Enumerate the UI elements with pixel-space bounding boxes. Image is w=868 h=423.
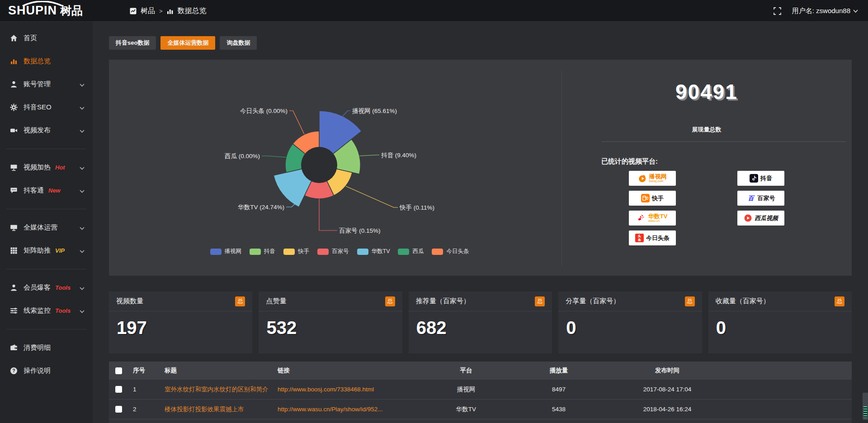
pie-label-line	[289, 111, 304, 134]
sidebar-badge-Tools: Tools	[55, 284, 71, 291]
cell-time: 2018-04-26 16:24	[609, 406, 726, 413]
sidebar-item-label: 线索监控	[24, 306, 51, 315]
sidebar-item-线索监控[interactable]: 线索监控Tools	[0, 299, 93, 322]
tab-全媒体运营数据[interactable]: 全媒体运营数据	[160, 36, 215, 50]
cell-title[interactable]: 楼体投影灯投影效果震撼上市	[161, 405, 274, 414]
fullscreen-icon[interactable]	[774, 7, 781, 15]
breadcrumb-root[interactable]: 树品	[141, 6, 155, 16]
pie-label-line	[343, 111, 350, 116]
sidebar-item-label: 数据总览	[24, 57, 51, 66]
sidebar-item-操作说明[interactable]: ?操作说明	[0, 359, 93, 382]
sidebar-item-矩阵助推[interactable]: 矩阵助推VIP	[0, 239, 93, 262]
question-icon: ?	[10, 367, 18, 375]
total-badge: 总	[535, 296, 545, 306]
cell-platform: 播视网	[423, 385, 509, 394]
sidebar-item-账号管理[interactable]: 账号管理	[0, 73, 93, 96]
total-impressions-value: 90491	[561, 80, 852, 104]
col-index: 序号	[129, 367, 161, 375]
stat-card-header: 分享量（百家号）总	[558, 291, 702, 311]
legend-item-播视网[interactable]: 播视网	[210, 248, 242, 255]
cell-plays: 5438	[509, 406, 609, 413]
chat-icon	[10, 187, 18, 194]
user-icon	[10, 80, 18, 88]
stat-card-收藏量（百家号）: 收藏量（百家号）总0	[708, 291, 852, 353]
breadcrumb: 树品 > 数据总览	[130, 0, 207, 22]
monitor-icon	[10, 224, 18, 231]
chevron-down-icon	[80, 127, 85, 134]
platform-chip-西瓜视频: 西瓜视频	[737, 211, 784, 226]
legend-swatch	[250, 249, 261, 255]
sidebar-item-视频发布[interactable]: 视频发布	[0, 119, 93, 142]
pie-label-西瓜: 西瓜 (0.00%)	[225, 153, 260, 160]
sidebar-item-消费明细[interactable]: 消费明细	[0, 336, 93, 359]
videos-table: 序号标题链接平台播放量发布时间1室外水纹灯和室内水纹灯的区别和简介http://…	[109, 362, 852, 423]
tab-询盘数据[interactable]: 询盘数据	[220, 36, 257, 50]
kuaishou-logo-icon	[641, 194, 650, 202]
legend-item-抖音[interactable]: 抖音	[250, 248, 275, 255]
sidebar-item-label: 视频发布	[24, 126, 51, 135]
platform-chips-left: 播视网boosj.com快手华数TVwasu.cn头条今日头条	[629, 171, 676, 245]
sidebar-item-label: 矩阵助推	[24, 246, 51, 255]
col-time: 发布时间	[609, 367, 726, 375]
sidebar-item-label: 操作说明	[24, 367, 51, 375]
sidebar-divider	[6, 329, 86, 329]
sidebar-item-数据总览[interactable]: 数据总览	[0, 50, 93, 73]
xigua-logo-icon	[744, 214, 752, 222]
username-label: 用户名: zswodun88	[792, 7, 850, 15]
platform-chip-name: 抖音	[760, 175, 772, 181]
cell-plays: 8497	[509, 386, 609, 393]
row-checkbox[interactable]	[115, 386, 122, 393]
legend-swatch	[283, 249, 295, 255]
legend-label: 今日头条	[446, 248, 469, 255]
sidebar-item-label: 抖客通	[24, 186, 44, 195]
legend-item-华数TV[interactable]: 华数TV	[357, 248, 390, 255]
cell-link[interactable]: http://www.wasu.cn/Play/show/id/952...	[274, 406, 423, 413]
stat-card-value: 197	[109, 311, 252, 338]
stat-card-header: 视频数量总	[109, 291, 252, 311]
cell-link[interactable]: http://www.boosj.com/7338468.html	[274, 386, 423, 393]
sidebar-item-全媒体运营[interactable]: 全媒体运营	[0, 216, 93, 239]
legend-item-今日头条[interactable]: 今日头条	[432, 248, 469, 255]
app-root: SHUPIN 树品 树品 > 数据总览 用户名: zswodun88 首页数据总…	[0, 0, 868, 423]
wallet-icon	[10, 344, 18, 352]
cell-title[interactable]: 室外水纹灯和室内水纹灯的区别和简介	[161, 385, 274, 394]
video-icon	[10, 127, 18, 134]
col-title: 标题	[161, 367, 274, 375]
chevron-down-icon	[853, 9, 858, 13]
chevron-down-icon	[80, 187, 85, 194]
floating-widget[interactable]	[862, 392, 868, 420]
cell-time: 2017-08-24 17:04	[609, 386, 726, 393]
sidebar: 首页数据总览账号管理抖音SEO视频发布视频加热Hot抖客通New全媒体运营矩阵助…	[0, 22, 93, 423]
sidebar-item-视频加热[interactable]: 视频加热Hot	[0, 156, 93, 179]
sidebar-badge-Tools: Tools	[55, 307, 71, 314]
chevron-down-icon	[80, 284, 85, 291]
grid-icon	[10, 247, 18, 254]
cell-index: 1	[129, 386, 161, 393]
legend-label: 快手	[298, 248, 309, 255]
legend-swatch	[398, 249, 409, 255]
stat-card-视频数量: 视频数量总197	[109, 291, 252, 353]
sidebar-item-抖客通[interactable]: 抖客通New	[0, 179, 93, 202]
row-checkbox[interactable]	[115, 406, 122, 413]
legend-item-百家号[interactable]: 百家号	[317, 248, 349, 255]
legend-item-快手[interactable]: 快手	[283, 248, 309, 255]
total-badge: 总	[385, 296, 395, 306]
legend-swatch	[357, 249, 368, 255]
tab-抖音seo数据[interactable]: 抖音seo数据	[109, 36, 156, 50]
pie-label-line	[359, 155, 379, 156]
select-all-checkbox[interactable]	[115, 367, 122, 374]
stat-cards-row: 视频数量总197点赞量总532推荐量（百家号）总682分享量（百家号）总0收藏量…	[109, 291, 852, 353]
overview-panel: 播视网 (65.61%)抖音 (9.40%)快手 (0.11%)百家号 (0.1…	[109, 60, 852, 276]
stat-card-value: 682	[409, 311, 552, 338]
pie-label-播视网: 播视网 (65.61%)	[352, 108, 397, 114]
sidebar-item-会员爆客[interactable]: 会员爆客Tools	[0, 276, 93, 299]
svg-text:?: ?	[12, 368, 15, 373]
legend-item-西瓜[interactable]: 西瓜	[398, 248, 424, 255]
brand-logo: SHUPIN 树品	[8, 3, 83, 18]
topbar: SHUPIN 树品 树品 > 数据总览 用户名: zswodun88	[0, 0, 868, 22]
platform-chip-抖音: 抖音	[737, 171, 784, 186]
user-menu[interactable]: 用户名: zswodun88	[792, 7, 858, 15]
sidebar-item-首页[interactable]: 首页	[0, 27, 93, 50]
sidebar-item-抖音SEO[interactable]: 抖音SEO	[0, 96, 93, 119]
platform-chip-name: 今日头条	[646, 235, 670, 241]
